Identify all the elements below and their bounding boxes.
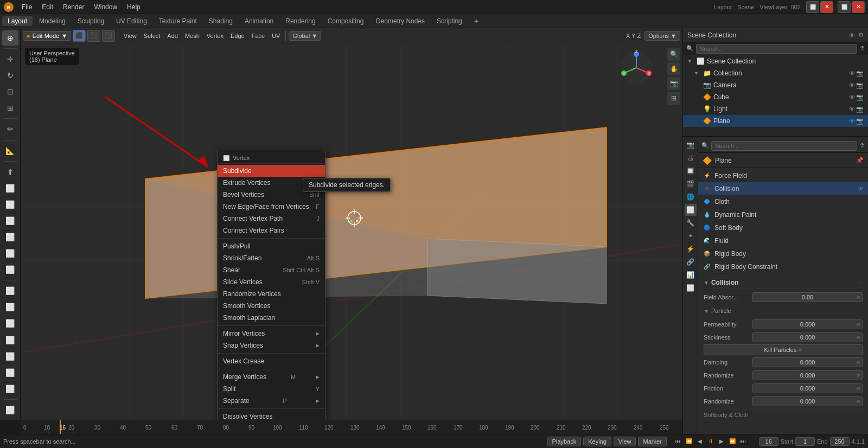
menu-dissolve-vertices[interactable]: Dissolve Vertices: [218, 411, 325, 420]
props-search-input[interactable]: [711, 141, 857, 151]
transform-tool[interactable]: ⊞: [2, 100, 18, 116]
play-reverse-btn[interactable]: ◀: [695, 437, 705, 446]
menu-new-edge-face[interactable]: New Edge/Face from Vertices F: [218, 201, 325, 213]
annotate-tool[interactable]: ✏: [2, 121, 18, 137]
smooth-tool[interactable]: ⬜: [2, 316, 18, 331]
menu-snap-vertices[interactable]: Snap Vertices: [218, 340, 325, 351]
outliner-plane[interactable]: 🔶 Plane 👁 📷: [683, 115, 868, 127]
props-world-icon[interactable]: 🌐: [685, 191, 697, 203]
options-dropdown[interactable]: Options ▼: [644, 31, 680, 41]
outliner-search-input[interactable]: [696, 44, 857, 54]
props-filter-icon[interactable]: ⚗: [859, 142, 865, 149]
cube-eye-icon[interactable]: 👁: [849, 94, 855, 101]
physics-fluid[interactable]: 🌊 Fluid: [698, 234, 868, 247]
collision-section-header[interactable]: ▼ Collision ···: [701, 277, 865, 289]
window-max-btn[interactable]: ⬜: [838, 1, 851, 13]
props-material-icon[interactable]: ⬜: [685, 282, 697, 294]
tab-compositing[interactable]: Compositing: [322, 16, 369, 26]
props-output-icon[interactable]: 🖨: [685, 152, 697, 164]
step-forward-btn[interactable]: ⏩: [727, 437, 737, 446]
vertex-menu-btn[interactable]: Vertex: [204, 31, 226, 40]
menu-slide-vertices[interactable]: Slide Vertices Shift V: [218, 276, 325, 288]
push-pull-tool[interactable]: ⬜: [2, 381, 18, 396]
menu-subdivide[interactable]: Subdivide: [218, 165, 325, 177]
menu-shear[interactable]: Shear Shift Ctrl Alt S: [218, 264, 325, 276]
mode-select[interactable]: ● Edit Mode ▼: [23, 31, 71, 41]
props-modifier-icon[interactable]: 🔧: [685, 217, 697, 229]
outliner-filter-icon[interactable]: ⚙: [858, 31, 864, 39]
props-data-icon[interactable]: 📊: [685, 269, 697, 281]
menu-file[interactable]: File: [17, 2, 36, 12]
light-render-icon[interactable]: 📷: [856, 106, 864, 113]
view-timeline-btn[interactable]: View: [614, 437, 636, 446]
cursor-tool[interactable]: ⊕: [2, 30, 18, 46]
stickiness-value[interactable]: 0.000: [752, 332, 863, 342]
tab-layout[interactable]: Layout: [2, 16, 33, 26]
props-physics-icon[interactable]: ⚡: [685, 243, 697, 255]
tab-scripting[interactable]: Scripting: [431, 16, 468, 26]
collection-render-icon[interactable]: 📷: [856, 70, 864, 77]
tab-rendering[interactable]: Rendering: [280, 16, 321, 26]
damping-value[interactable]: 0.000: [752, 357, 863, 367]
outliner-camera[interactable]: 📷 Camera 👁 📷: [683, 79, 868, 91]
menu-split[interactable]: Split Y: [218, 383, 325, 395]
step-back-btn[interactable]: ⏪: [684, 437, 694, 446]
menu-render[interactable]: Render: [59, 2, 88, 12]
menu-vertex-crease[interactable]: Vertex Crease: [218, 355, 325, 367]
physics-dynamic-paint[interactable]: 💧 Dynamic Paint: [698, 208, 868, 221]
tab-geometry-nodes[interactable]: Geometry Nodes: [370, 16, 430, 26]
tab-texture-paint[interactable]: Texture Paint: [154, 16, 202, 26]
camera-view-icon[interactable]: 📷: [667, 77, 680, 90]
extrude-tool[interactable]: ⬆: [2, 164, 18, 180]
randomize-tool[interactable]: ⬜: [2, 332, 18, 348]
menu-merge-vertices[interactable]: Merge Vertices M: [218, 371, 325, 383]
shrink-fatten-tool[interactable]: ⬜: [2, 365, 18, 380]
physics-rigid-body[interactable]: 📦 Rigid Body: [698, 247, 868, 260]
permeability-value[interactable]: 0.000: [752, 319, 863, 329]
start-frame-input[interactable]: 1: [795, 437, 815, 446]
plane-render-icon[interactable]: 📷: [856, 118, 864, 125]
mesh-menu[interactable]: Mesh: [182, 31, 202, 40]
tab-uv-editing[interactable]: UV Editing: [111, 16, 152, 26]
move-tool[interactable]: ✛: [2, 52, 18, 67]
props-pin-icon[interactable]: 📌: [856, 157, 864, 164]
offset-edge-tool[interactable]: ⬜: [2, 229, 18, 245]
stop-btn[interactable]: ⏸: [706, 437, 716, 446]
bisect-tool[interactable]: ⬜: [2, 262, 18, 277]
menu-window[interactable]: Window: [90, 2, 122, 12]
menu-connect-vertex-pairs[interactable]: Connect Vertex Pairs: [218, 225, 325, 236]
poly-build-tool[interactable]: ⬜: [2, 283, 18, 298]
menu-mirror-vertices[interactable]: Mirror Vertices: [218, 328, 325, 340]
playback-btn[interactable]: Playback: [547, 437, 582, 446]
inset-tool[interactable]: ⬜: [2, 181, 18, 196]
menu-smooth-laplacian[interactable]: Smooth Laplacian: [218, 312, 325, 324]
menu-smooth-vertices[interactable]: Smooth Vertices: [218, 300, 325, 312]
tab-animation[interactable]: Animation: [239, 16, 279, 26]
menu-help[interactable]: Help: [123, 2, 145, 12]
grid-view-icon[interactable]: ⊞: [667, 92, 680, 105]
physics-force-field[interactable]: ⚡ Force Field: [698, 169, 868, 182]
close-btn[interactable]: ✕: [820, 1, 833, 13]
randomize2-value[interactable]: 0.000: [752, 396, 863, 406]
hand-tool-icon[interactable]: ✋: [667, 62, 680, 75]
camera-eye-icon[interactable]: 👁: [849, 82, 855, 89]
outliner-eye-icon[interactable]: 👁: [849, 32, 855, 39]
menu-separate[interactable]: Separate P: [218, 395, 325, 407]
uv-menu-btn[interactable]: UV: [269, 31, 283, 40]
rotate-tool[interactable]: ↻: [2, 68, 18, 83]
vertex-mode-btn[interactable]: ⬛: [73, 30, 86, 42]
tab-sculpting[interactable]: Sculpting: [72, 16, 110, 26]
camera-render-icon[interactable]: 📷: [856, 82, 864, 89]
loop-cut-tool[interactable]: ⬜: [2, 213, 18, 228]
tab-shading[interactable]: Shading: [203, 16, 238, 26]
spin-tool[interactable]: ⬜: [2, 299, 18, 315]
edge-menu-btn[interactable]: Edge: [228, 31, 247, 40]
outliner-filter-btn[interactable]: ⚗: [859, 45, 865, 52]
light-eye-icon[interactable]: 👁: [849, 106, 855, 113]
physics-soft-body[interactable]: 🔵 Soft Body: [698, 221, 868, 234]
knife-tool[interactable]: ⬜: [2, 246, 18, 261]
shear-tool[interactable]: ⬜: [2, 402, 18, 418]
end-frame-input[interactable]: 250: [830, 437, 850, 446]
physics-collision[interactable]: ✕ Collision 👁: [698, 182, 868, 195]
menu-connect-vertex-path[interactable]: Connect Vertex Path J: [218, 213, 325, 225]
